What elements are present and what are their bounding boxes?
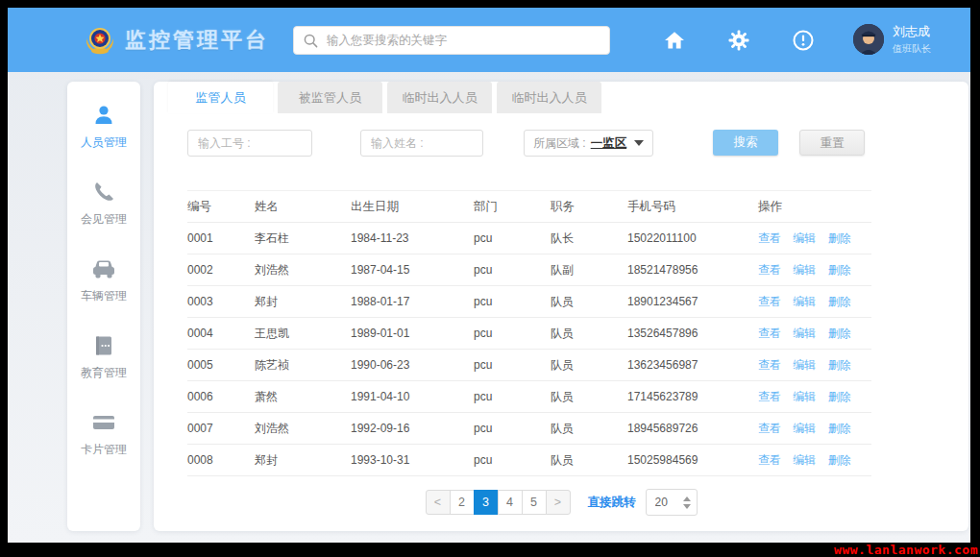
chevron-down-icon [634, 140, 644, 146]
edit-link[interactable]: 编辑 [793, 327, 816, 340]
sidebar-item-education[interactable]: 教育管理 [67, 333, 140, 381]
view-link[interactable]: 查看 [758, 263, 781, 277]
header-search-box [293, 26, 610, 55]
delete-link[interactable]: 删除 [828, 295, 851, 308]
gear-icon[interactable] [727, 29, 750, 52]
view-link[interactable]: 查看 [758, 327, 781, 340]
cell-name: 萧然 [255, 389, 351, 405]
delete-link[interactable]: 删除 [828, 453, 851, 467]
cell-dept: pcu [474, 422, 551, 435]
edit-link[interactable]: 编辑 [793, 422, 816, 435]
delete-link[interactable]: 删除 [828, 358, 851, 372]
search-button[interactable]: 搜索 [713, 130, 778, 156]
police-badge-logo [84, 24, 116, 57]
employee-id-input[interactable] [187, 130, 312, 157]
cell-dept: pcu [474, 453, 551, 467]
page-size-spinner[interactable] [646, 489, 698, 516]
sidebar-item-label: 人员管理 [81, 134, 127, 151]
cell-dept: pcu [474, 295, 551, 308]
home-icon[interactable] [663, 29, 686, 52]
col-header-name: 姓名 [255, 199, 351, 215]
cell-id: 0001 [187, 231, 255, 245]
edit-link[interactable]: 编辑 [793, 390, 816, 403]
cell-phone: 13623456987 [627, 358, 758, 372]
cell-title: 队员 [551, 452, 627, 469]
cell-phone: 18901234567 [627, 295, 758, 308]
cell-phone: 18945689726 [627, 422, 758, 435]
cell-dob: 1988-01-17 [351, 295, 474, 308]
cell-actions: 查看 编辑 删除 [758, 389, 871, 405]
delete-link[interactable]: 删除 [828, 263, 851, 277]
spinner-arrows-icon[interactable] [683, 496, 691, 509]
cell-title: 队员 [551, 357, 627, 374]
cell-name: 刘浩然 [255, 262, 351, 278]
edit-link[interactable]: 编辑 [793, 231, 816, 245]
page-button-2[interactable]: 2 [450, 490, 475, 515]
tab-temporary-access-1[interactable]: 临时出入人员 [387, 82, 492, 113]
cell-dept: pcu [474, 327, 551, 340]
page-button-4[interactable]: 4 [498, 490, 523, 515]
table-row: 0008 郑封 1993-10-31 pcu 队员 15025984569 查看… [187, 445, 871, 476]
avatar[interactable] [853, 24, 884, 55]
person-icon [91, 103, 116, 128]
page-button-5[interactable]: 5 [522, 490, 547, 515]
region-select[interactable]: 所属区域 : 一监区 [524, 130, 653, 157]
sidebar: 人员管理 会见管理 车辆管理 [67, 82, 140, 531]
table-body: 0001 李石柱 1984-11-23 pcu 队长 15022011100 查… [187, 223, 871, 476]
view-link[interactable]: 查看 [758, 453, 781, 467]
cell-phone: 17145623789 [627, 390, 758, 403]
table-row: 0005 陈艺祯 1990-06-23 pcu 队员 13623456987 查… [187, 350, 871, 381]
table-row: 0001 李石柱 1984-11-23 pcu 队长 15022011100 查… [187, 223, 871, 254]
view-link[interactable]: 查看 [758, 358, 781, 372]
delete-link[interactable]: 删除 [828, 422, 851, 435]
view-link[interactable]: 查看 [758, 231, 781, 245]
cell-id: 0006 [187, 390, 255, 403]
cell-actions: 查看 编辑 删除 [758, 421, 871, 437]
sidebar-item-vehicles[interactable]: 车辆管理 [67, 256, 140, 304]
edit-link[interactable]: 编辑 [793, 358, 816, 372]
view-link[interactable]: 查看 [758, 422, 781, 435]
cell-title: 队员 [551, 294, 627, 310]
page-size-input[interactable] [655, 496, 680, 509]
tab-temporary-access-2[interactable]: 临时出入人员 [497, 82, 601, 113]
phone-icon [91, 180, 116, 205]
sidebar-item-cards[interactable]: 卡片管理 [67, 410, 140, 458]
col-header-phone: 手机号码 [627, 199, 758, 215]
delete-link[interactable]: 删除 [828, 390, 851, 403]
page-title: 监控管理平台 [125, 26, 269, 55]
search-icon [304, 34, 318, 48]
reset-button[interactable]: 重置 [799, 130, 865, 156]
pagination: < 2345 > 直接跳转 [154, 489, 968, 516]
top-header: 监控管理平台 [8, 8, 970, 72]
cell-name: 陈艺祯 [255, 357, 351, 374]
info-icon[interactable] [792, 29, 815, 52]
delete-link[interactable]: 删除 [828, 231, 851, 245]
tab-supervised-persons[interactable]: 被监管人员 [278, 82, 382, 113]
prev-page-button[interactable]: < [426, 490, 451, 515]
cell-title: 队员 [551, 326, 627, 342]
name-input[interactable] [360, 130, 483, 157]
cell-actions: 查看 编辑 删除 [758, 452, 871, 469]
edit-link[interactable]: 编辑 [793, 295, 816, 308]
delete-link[interactable]: 删除 [828, 327, 851, 340]
table-row: 0002 刘浩然 1987-04-15 pcu 队副 18521478956 查… [187, 254, 871, 286]
edit-link[interactable]: 编辑 [793, 453, 816, 467]
cell-dob: 1993-10-31 [351, 453, 474, 467]
sidebar-item-meetings[interactable]: 会见管理 [67, 180, 140, 228]
view-link[interactable]: 查看 [758, 295, 781, 308]
next-page-button[interactable]: > [546, 490, 571, 515]
page-button-3[interactable]: 3 [474, 490, 499, 515]
tab-supervised-staff[interactable]: 监管人员 [168, 82, 273, 113]
cell-name: 郑封 [255, 452, 351, 469]
sidebar-item-label: 卡片管理 [81, 442, 127, 458]
edit-link[interactable]: 编辑 [793, 263, 816, 277]
cell-title: 队副 [551, 262, 627, 278]
card-icon [90, 410, 117, 435]
cell-phone: 15022011100 [627, 231, 758, 245]
cell-actions: 查看 编辑 删除 [758, 357, 871, 374]
jump-label: 直接跳转 [588, 495, 636, 511]
header-search-input[interactable] [327, 34, 600, 47]
sidebar-item-personnel[interactable]: 人员管理 [67, 103, 140, 151]
user-role: 值班队长 [893, 42, 931, 56]
view-link[interactable]: 查看 [758, 390, 781, 403]
